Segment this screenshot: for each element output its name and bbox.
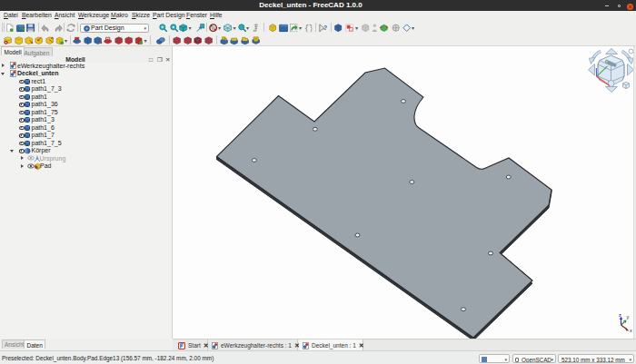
- svg-text:{}: {}: [304, 24, 313, 32]
- svg-text:z: z: [619, 312, 621, 318]
- svg-text:?: ?: [323, 24, 327, 30]
- svg-text:y: y: [627, 314, 630, 320]
- svg-text:x: x: [630, 328, 632, 333]
